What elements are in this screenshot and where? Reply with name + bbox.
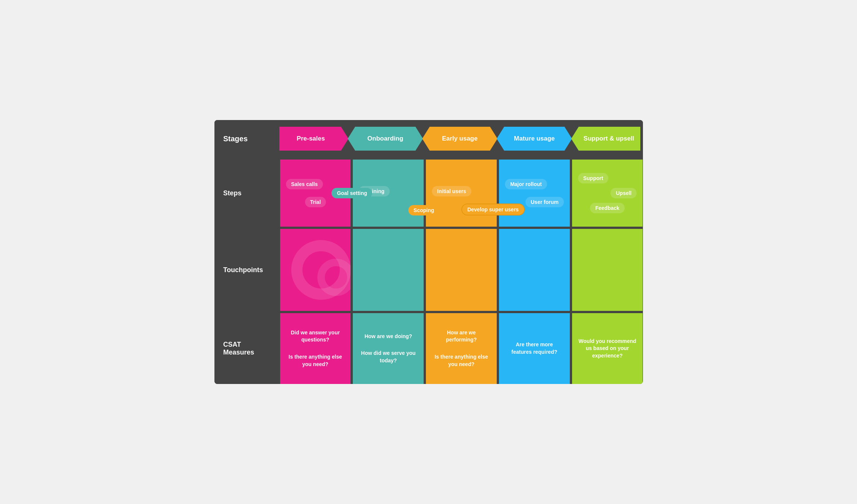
step-upsell: Upsell [610, 188, 637, 198]
csat-early-q1: How are we performing? [432, 329, 491, 344]
csat-early: How are we performing? Is there anything… [424, 313, 497, 384]
steps-support: Support Upsell Feedback [570, 160, 643, 227]
stage-support: Support & upsell [571, 127, 641, 151]
step-scoping: Scoping [408, 205, 439, 215]
stage-mature: Mature usage [497, 127, 572, 151]
csat-onboarding-q1: How are we doing? [364, 333, 412, 340]
step-develop-super-users: Develop super users [461, 204, 525, 215]
csat-presales-q1: Did we answer your questions? [286, 329, 345, 344]
touchpoints-row: Touchpoints [214, 227, 643, 311]
touchpoints-label: Touchpoints [214, 229, 278, 311]
csat-mature-q1: Are there more features required? [505, 341, 564, 356]
touchpoints-support [570, 229, 643, 311]
stage-presales: Pre-sales [279, 127, 349, 151]
stage-onboarding: Onboarding [348, 127, 423, 151]
steps-mature: Major rollout User forum [497, 160, 570, 227]
step-user-forum: User forum [525, 197, 564, 207]
steps-row: Steps Sales calls Trial Goal setting Tra… [214, 157, 643, 227]
csat-onboarding: How are we doing? How did we serve you t… [351, 313, 424, 384]
stage-early: Early usage [422, 127, 497, 151]
step-sales-calls: Sales calls [286, 179, 323, 189]
touchpoints-mature [497, 229, 570, 311]
step-feedback: Feedback [590, 203, 625, 213]
step-trial: Trial [305, 197, 326, 207]
touchpoints-early [424, 229, 497, 311]
csat-mature: Are there more features required? [497, 313, 570, 384]
steps-early: Initial users Develop super users [424, 160, 497, 227]
csat-presales-q2: Is there anything else you need? [286, 353, 345, 368]
stages-label: Stages [214, 124, 278, 154]
step-initial-users: Initial users [432, 186, 471, 196]
csat-early-q2: Is there anything else you need? [432, 353, 491, 368]
touchpoints-onboarding [351, 229, 424, 311]
step-support: Support [578, 173, 609, 183]
csat-support-q1: Would you recommend us based on your exp… [578, 338, 637, 360]
steps-label: Steps [214, 160, 278, 227]
step-goal-setting: Goal setting [332, 188, 372, 198]
steps-presales: Sales calls Trial Goal setting [278, 160, 351, 227]
csat-onboarding-q2: How did we serve you today? [359, 350, 418, 364]
csat-support: Would you recommend us based on your exp… [570, 313, 643, 384]
csat-row: CSAT Measures Did we answer your questio… [214, 311, 643, 384]
csat-presales: Did we answer your questions? Is there a… [278, 313, 351, 384]
step-major-rollout: Major rollout [505, 179, 547, 189]
csat-label: CSAT Measures [214, 313, 278, 384]
touchpoints-presales [278, 229, 351, 311]
